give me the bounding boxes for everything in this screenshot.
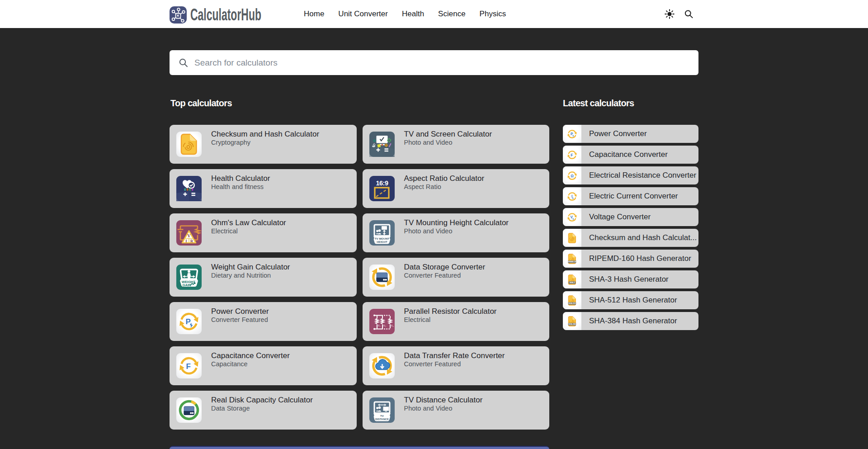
svg-text:V: V	[188, 234, 191, 238]
svg-text:RIPEMD-160: RIPEMD-160	[567, 261, 577, 263]
svg-text:R1: R1	[377, 324, 381, 327]
svg-text:R2: R2	[383, 324, 386, 327]
svg-text:GAIN: GAIN	[183, 283, 191, 287]
svg-text:F: F	[571, 153, 573, 157]
svg-text:DISTANCE: DISTANCE	[375, 418, 388, 421]
svg-text:TV: TV	[380, 414, 384, 417]
svg-text:SHA-512: SHA-512	[569, 302, 576, 304]
svg-text:SHA-3: SHA-3	[570, 282, 575, 284]
svg-text:HEIGHT: HEIGHT	[377, 240, 387, 243]
svg-text:V: V	[570, 215, 573, 219]
svg-text:P: P	[186, 317, 191, 326]
svg-text:Rn: Rn	[391, 324, 394, 327]
svg-text:F: F	[186, 362, 191, 371]
svg-text:Ω: Ω	[571, 174, 574, 178]
svg-text:R: R	[190, 239, 193, 243]
svg-text:16:9: 16:9	[376, 180, 388, 187]
svg-text:SHA-384: SHA-384	[569, 323, 576, 325]
svg-text:TV MOUNT: TV MOUNT	[374, 237, 389, 240]
